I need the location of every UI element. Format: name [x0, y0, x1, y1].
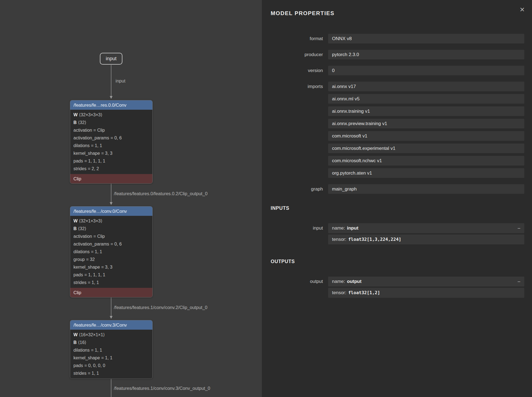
node-attribute-list: W⟨32×3×3×3⟩ B⟨32⟩ activation= Clip activ… — [70, 110, 152, 174]
io-name-box: name:output − — [328, 277, 524, 286]
node-title: /features/fe…/conv.3/Conv — [70, 320, 152, 330]
attr-value: = Clip — [94, 234, 105, 239]
graph-node-conv-0[interactable]: /features/fe…res.0.0/Conv W⟨32×3×3×3⟩ B⟨… — [70, 100, 153, 184]
property-value: ONNX v8 — [328, 34, 524, 43]
properties-list: format ONNX v8 producer pytorch 2.3.0 ve… — [262, 34, 532, 194]
node-attr: strides= 1, 1 — [73, 279, 149, 286]
node-attr: group= 32 — [73, 256, 149, 263]
attr-value: = 1, 1, 1, 1 — [84, 159, 105, 163]
attr-value: = 1, 1, 1, 1 — [84, 272, 105, 277]
property-label: graph — [262, 184, 323, 194]
property-value: ai.onnx.training v1 — [328, 106, 524, 116]
edge-label-clip1-output[interactable]: /features/features.1/conv/conv.2/Clip_ou… — [114, 305, 207, 310]
node-title: /features/fe…res.0.0/Conv — [70, 100, 152, 110]
property-value: com.microsoft v1 — [328, 131, 524, 141]
node-attr: dilations= 1, 1 — [73, 346, 149, 354]
attr-key: strides — [73, 280, 86, 285]
io-tensor-type: float32[1,2] — [348, 290, 380, 295]
node-attr: activation= Clip — [73, 233, 149, 240]
node-attr: kernel_shape= 3, 3 — [73, 150, 149, 157]
attr-key: activation_params — [73, 242, 109, 246]
io-name-box: name:input − — [328, 223, 524, 233]
attr-key: dilations — [73, 143, 90, 148]
attr-value: = 2, 2 — [88, 166, 99, 171]
input-node-label: input — [106, 56, 116, 62]
attr-value: = 1, 1 — [91, 143, 102, 148]
graph-node-conv-1[interactable]: /features/fe…/conv.0/Conv W⟨32×1×3×3⟩ B⟨… — [70, 206, 153, 297]
property-label: producer — [262, 50, 323, 59]
property-row-format: format ONNX v8 — [262, 34, 524, 43]
attr-value: ⟨16×32×1×1⟩ — [79, 332, 105, 337]
collapse-minus-icon[interactable]: − — [517, 226, 520, 231]
graph-input-node[interactable]: input — [100, 53, 122, 65]
graph-canvas[interactable]: input input /features/features.0/feature… — [0, 0, 262, 397]
io-name: input — [347, 225, 358, 231]
io-name: output — [347, 279, 361, 284]
property-value: ai.onnx v17 — [328, 82, 524, 91]
property-row-version: version 0 — [262, 66, 524, 75]
graph-node-conv-2[interactable]: /features/fe…/conv.3/Conv W⟨16×32×1×1⟩ B… — [70, 320, 153, 379]
node-activation-badge: Clip — [70, 174, 152, 183]
io-tensor-prefix: tensor: — [332, 237, 346, 242]
node-attr-bias: B⟨32⟩ — [73, 225, 149, 233]
node-attr: kernel_shape= 3, 3 — [73, 263, 149, 271]
attr-value: = 0, 6 — [111, 136, 122, 140]
attr-value: = 1, 1 — [88, 280, 99, 285]
attr-value: = 1, 1 — [101, 355, 112, 360]
netron-window: input input /features/features.0/feature… — [0, 0, 532, 397]
attr-key: pads — [73, 159, 83, 163]
io-tensor-type: float32[1,3,224,224] — [348, 237, 401, 242]
property-row-graph: graph main_graph — [262, 184, 524, 194]
attr-key: strides — [73, 166, 86, 171]
edge-label-clip0-output[interactable]: /features/features.0/features.0.2/Clip_o… — [114, 191, 207, 196]
node-attr: activation_params= 0, 6 — [73, 134, 149, 142]
node-attribute-list: W⟨16×32×1×1⟩ B⟨16⟩ dilations= 1, 1 kerne… — [70, 330, 152, 379]
edge-label-conv-output[interactable]: /features/features.1/conv/conv.3/Conv_ou… — [114, 386, 210, 391]
node-attr: strides= 1, 1 — [73, 370, 149, 377]
io-tensor-box: tensor:float32[1,3,224,224] — [328, 235, 524, 244]
edge-label-input[interactable]: input — [116, 78, 125, 84]
collapse-minus-icon[interactable]: − — [517, 279, 520, 284]
attr-value: = 1, 1 — [88, 371, 99, 376]
property-value: ai.onnx.preview.training v1 — [328, 119, 524, 128]
node-attr: dilations= 1, 1 — [73, 142, 149, 150]
attr-key: activation — [73, 128, 92, 133]
property-label: imports — [262, 82, 323, 178]
attr-key: activation — [73, 234, 92, 239]
attr-key: dilations — [73, 249, 90, 254]
node-title: /features/fe…/conv.0/Conv — [70, 206, 152, 216]
property-label: format — [262, 34, 323, 43]
property-value: 0 — [328, 66, 524, 75]
io-name-text: name:output — [332, 277, 361, 286]
property-row-producer: producer pytorch 2.3.0 — [262, 50, 524, 59]
attr-value: = 32 — [86, 257, 95, 262]
io-label: output — [262, 277, 323, 298]
attr-key: group — [73, 257, 85, 262]
node-attr-weight: W⟨32×3×3×3⟩ — [73, 111, 149, 119]
node-attr-bias: B⟨16⟩ — [73, 339, 149, 346]
node-attr: dilations= 1, 1 — [73, 248, 149, 256]
io-name-prefix: name: — [332, 225, 345, 231]
attr-key: B — [73, 340, 77, 345]
node-activation-badge: Clip — [70, 288, 152, 297]
node-attr: activation_params= 0, 6 — [73, 240, 149, 248]
property-value: main_graph — [328, 184, 524, 194]
property-label: version — [262, 66, 323, 75]
io-name-prefix: name: — [332, 279, 345, 284]
node-attr: pads= 0, 0, 0, 0 — [73, 362, 149, 370]
property-value: com.microsoft.experimental v1 — [328, 144, 524, 153]
attr-value: ⟨32⟩ — [78, 120, 86, 125]
attr-key: W — [73, 112, 78, 117]
attr-value: = 3, 3 — [101, 265, 112, 269]
attr-value: ⟨32×1×3×3⟩ — [79, 219, 102, 223]
attr-key: strides — [73, 371, 86, 376]
close-icon[interactable]: ✕ — [520, 7, 525, 13]
attr-key: kernel_shape — [73, 151, 100, 156]
io-label: input — [262, 223, 323, 244]
io-tensor-text: tensor:float32[1,3,224,224] — [332, 235, 401, 244]
attr-key: B — [73, 226, 77, 231]
attr-value: ⟨32⟩ — [78, 226, 86, 231]
io-tensor-prefix: tensor: — [332, 290, 346, 295]
node-attr: pads= 1, 1, 1, 1 — [73, 271, 149, 279]
node-attr-weight: W⟨16×32×1×1⟩ — [73, 331, 149, 339]
